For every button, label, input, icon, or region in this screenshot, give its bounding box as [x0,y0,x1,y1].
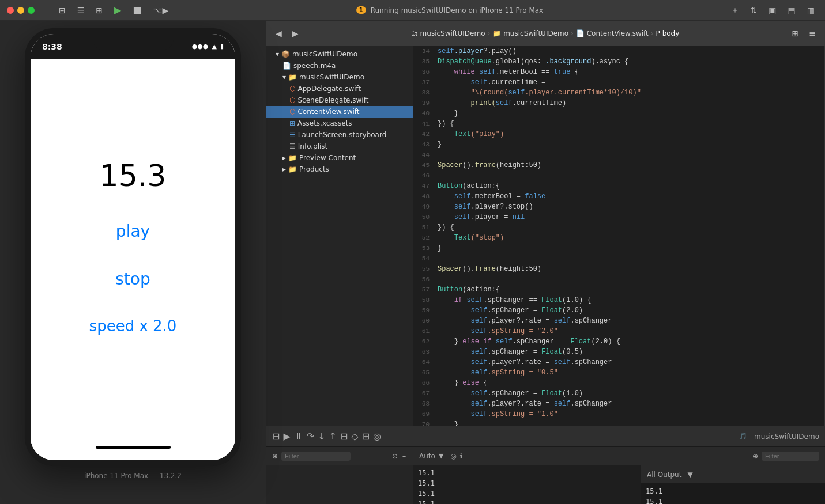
memory-icon[interactable]: ◇ [351,431,358,442]
output-chevron-icon[interactable]: ▼ [687,471,692,479]
line-content: self.spChanger = Float(2.0) [438,305,825,316]
maximize-button[interactable] [28,7,35,14]
tree-label-infoplist: Info.plist [298,142,328,150]
play-button[interactable]: ▶ [111,2,125,18]
line-content: self.player?.stop() [438,202,825,212]
tree-label-assets: Assets.xcassets [297,119,352,127]
line-content: } [438,139,825,150]
grid-view-icon[interactable]: ⊞ [789,26,803,40]
pause-debug-icon[interactable]: ⏸ [294,431,303,442]
code-editor[interactable]: 34self.player?.play()35DispatchQueue.glo… [413,46,825,426]
code-line-68: 68 self.player?.rate = self.spChanger [413,399,825,409]
code-line-48: 48 self.meterBool = false [413,191,825,202]
code-line-34: 34self.player?.play() [413,46,825,56]
line-number: 38 [413,88,438,98]
eye-icon[interactable]: ◎ [450,452,456,460]
speed-text: speed x 2.0 [89,317,177,335]
file-tree: ▾ 📦 musicSwiftUIDemo 📄 speech.m4a ▾ 📁 mu… [266,46,413,426]
forward-nav-icon[interactable]: ▶ [289,26,302,40]
code-line-65: 65 self.spString = "0.5" [413,367,825,378]
tree-label-launchscreen: LaunchScreen.storyboard [298,131,387,139]
wifi-icon: ▲ [212,43,216,50]
scheme-picker[interactable]: ⌥▶ [149,3,172,17]
home-indicator [96,446,171,449]
tree-item-infoplist[interactable]: ☰ Info.plist [266,141,413,152]
line-number: 35 [413,56,438,67]
tree-item-products[interactable]: ▸ 📁 Products [266,164,413,175]
breadcrumb-project[interactable]: 🗂 musicSwiftUIDemo [411,29,485,37]
tree-item-assets[interactable]: ⊞ Assets.xcassets [266,118,413,129]
line-number: 49 [413,202,438,212]
tree-item-group[interactable]: ▾ 📁 musicSwiftUIDemo [266,71,413,83]
swift-file-icon: ⬡ [289,85,295,93]
inspector-icon[interactable]: ⊞ [92,3,106,17]
folder-icon: 📁 [288,73,297,81]
tree-label-root: musicSwiftUIDemo [292,50,357,58]
line-content: } [438,243,825,253]
chevron-right-icon-2: ▸ [282,165,286,173]
play-debug-icon[interactable]: ▶ [283,431,290,442]
line-number: 54 [413,253,438,264]
line-number: 63 [413,347,438,357]
phone-bottom [31,434,235,460]
line-content: self.player?.rate = self.spChanger [438,399,825,409]
breadcrumb-symbol[interactable]: P body [656,29,680,37]
line-number: 55 [413,264,438,274]
fps-icon[interactable]: ⊞ [362,431,370,442]
line-number: 46 [413,170,438,181]
swift-file-icon-2: ⬡ [289,96,295,104]
right-filter-input[interactable] [762,452,819,461]
layout-icon[interactable]: ▣ [765,3,779,17]
sidebar-toggle-icon[interactable]: ⊟ [55,3,69,17]
console-panel[interactable]: 15.115.115.115.115.1 [413,465,641,504]
step-into-icon[interactable]: ↓ [318,431,325,442]
tree-item-appdelegate[interactable]: ⬡ AppDelegate.swift [266,83,413,94]
folder-icon-2: 📁 [288,154,297,162]
location-icon[interactable]: ◎ [373,431,381,442]
close-button[interactable] [7,7,14,14]
output-content[interactable]: 15.115.115.115.115.1 [641,484,825,504]
breadcrumb-file[interactable]: 📄 ContentView.swift [576,29,649,37]
filter-settings-icon[interactable]: ⊙ [392,452,398,460]
tree-item-scenedelegate[interactable]: ⬡ SceneDelegate.swift [266,94,413,106]
info-icon[interactable]: ℹ [460,452,463,460]
tree-item-launchscreen[interactable]: ☰ LaunchScreen.storyboard [266,129,413,141]
line-number: 53 [413,243,438,253]
tree-item-root[interactable]: ▾ 📦 musicSwiftUIDemo [266,48,413,60]
breadcrumb: 🗂 musicSwiftUIDemo › 📁 musicSwiftUIDemo … [306,29,785,37]
step-out-icon[interactable]: ↑ [329,431,337,442]
bottom-right: Auto ▼ ◎ ℹ ⊕ 15.115.115.115.115.1 [413,447,825,504]
auto-chevron-icon[interactable]: ▼ [439,452,443,460]
breadcrumb-group[interactable]: 📁 musicSwiftUIDemo [492,29,568,37]
tree-item-speech[interactable]: 📄 speech.m4a [266,60,413,71]
inspector-toggle-icon[interactable]: ≡ [805,26,819,40]
debug-toggle-icon[interactable]: ⊟ [272,431,280,442]
viewhierarchy-icon[interactable]: ⊟ [340,431,348,442]
layout2-icon[interactable]: ▤ [785,3,799,17]
layout3-icon[interactable]: ▥ [804,3,818,17]
line-number: 69 [413,409,438,419]
minimize-button[interactable] [17,7,24,14]
signal-icon: ●●● [192,43,209,50]
step-over-icon[interactable]: ↷ [307,431,314,442]
breadcrumb-sep-2: › [571,29,574,37]
back-nav-icon[interactable]: ◀ [272,26,285,40]
left-filter-input[interactable] [281,452,351,461]
tree-label-preview: Preview Content [299,154,356,162]
line-number: 52 [413,233,438,243]
line-content: } else { [438,378,825,388]
line-content: self.spString = "2.0" [438,326,825,336]
line-number: 68 [413,399,438,409]
code-line-51: 51}) { [413,222,825,233]
navigator-icon[interactable]: ☰ [74,3,88,17]
code-line-40: 40 } [413,108,825,119]
tree-item-preview[interactable]: ▸ 📁 Preview Content [266,152,413,164]
add-button[interactable]: ＋ [728,3,743,18]
tree-item-contentview[interactable]: ⬡ ContentView.swift [266,106,413,118]
filter-expand-icon[interactable]: ⊟ [401,452,407,460]
line-number: 56 [413,274,438,285]
warning-badge: 1 [356,6,366,14]
split-editor-icon[interactable]: ⇅ [747,3,761,17]
stop-button[interactable]: ■ [129,2,145,18]
storyboard-icon: ☰ [289,131,296,139]
